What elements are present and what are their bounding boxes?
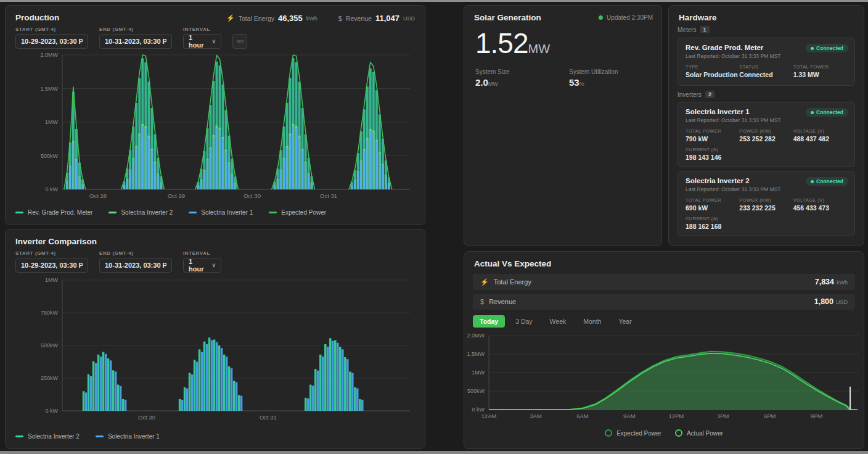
utilization-unit: % [579, 81, 584, 87]
interval-select[interactable]: 1 hour ∨ [183, 258, 221, 273]
inverter-card-2[interactable]: Solectria Inverter 2 Connected Last Repo… [678, 171, 855, 236]
total-energy-unit: kWh [837, 279, 848, 286]
field-value: 1.33 MW [793, 71, 847, 78]
total-energy-unit: kWh [306, 15, 317, 22]
svg-text:1.5MW: 1.5MW [40, 86, 58, 92]
tab-week[interactable]: Week [543, 315, 573, 328]
field-value: 456 433 473 [793, 204, 847, 212]
actual-vs-expected-chart: 2.0MW1.5MW1MW500kW0 kW12AM3AM6AM9AM12PM3… [465, 331, 864, 429]
start-label: START (GMT-4) [15, 27, 88, 32]
field-label: CURRENT (A) [686, 147, 847, 152]
inverter-comparison-panel: Inverter Comparison START (GMT-4) END (G… [5, 229, 425, 449]
tab-today[interactable]: Today [473, 315, 505, 328]
field-label: STATUS [739, 64, 793, 70]
revenue-label: Revenue [489, 298, 516, 305]
svg-text:0 kW: 0 kW [45, 408, 58, 414]
svg-text:Oct 30: Oct 30 [244, 192, 261, 199]
field-value: 488 437 482 [793, 135, 847, 142]
connected-badge: Connected [806, 177, 848, 186]
dollar-icon: $ [480, 298, 484, 305]
field-value: 188 162 168 [686, 223, 847, 230]
field-label: TYPE [686, 64, 739, 70]
legend-item-expected[interactable]: Expected Power [269, 209, 326, 216]
inverter-fields: TOTAL POWER 690 kW POWER (KW) 233 232 22… [686, 197, 847, 212]
badge-label: Connected [816, 109, 843, 115]
inverter-comparison-chart: 1MW750kW500kW250kW0 kWOct 30Oct 31 [8, 273, 422, 431]
field-total-power: TOTAL POWER 1.33 MW [793, 64, 847, 78]
connected-badge: Connected [806, 108, 848, 117]
svg-text:12PM: 12PM [668, 413, 684, 419]
dollar-icon: $ [338, 15, 342, 22]
chevron-down-icon: ∨ [211, 38, 216, 44]
system-utilization-value: 53% [569, 77, 618, 88]
meters-section-header: Meters 1 [678, 26, 710, 33]
legend-item-expected[interactable]: Expected Power [605, 429, 661, 437]
start-input[interactable] [15, 34, 88, 49]
last-reported: Last Reported: October 31 3:33 PM MST [686, 186, 847, 192]
end-input[interactable] [99, 258, 172, 273]
status-dot-icon [811, 47, 814, 50]
legend-swatch [15, 435, 23, 437]
interval-field-group: INTERVAL 1 hour ∨ [183, 27, 221, 49]
revenue-value: 1,800 [814, 297, 833, 306]
svg-text:250kW: 250kW [41, 375, 59, 381]
field-label: VOLTAGE (V) [793, 197, 847, 203]
window-top-edge [0, 0, 868, 2]
revenue-row: $ Revenue 1,800 USD [473, 294, 855, 310]
interval-label: INTERVAL [183, 250, 221, 256]
end-label: END (GMT-4) [99, 250, 172, 256]
hardware-panel: Hardware Meters 1 Rev. Grade Prod. Meter… [668, 5, 864, 246]
revenue-value: 11,047 [375, 14, 399, 23]
row-right: 1,800 USD [814, 297, 848, 306]
updated-text: Updated 2:30PM [607, 14, 653, 21]
field-total-power: TOTAL POWER 790 kW [686, 128, 739, 142]
actual-vs-expected-panel: Actual Vs Expected ⚡ Total Energy 7,834 … [464, 251, 864, 449]
revenue-unit: USD [836, 299, 848, 305]
field-label: TOTAL POWER [686, 197, 739, 203]
meter-card[interactable]: Rev. Grade Prod. Meter Connected Last Re… [678, 38, 855, 86]
field-label: CURRENT (A) [686, 216, 847, 221]
chevron-down-icon: ∨ [211, 262, 216, 268]
revenue-stat: $ Revenue 11,047 USD [338, 14, 415, 23]
end-field-group: END (GMT-4) [99, 250, 172, 273]
last-reported: Last Reported: October 31 3:33 PM MST [686, 53, 847, 59]
start-label: START (GMT-4) [15, 250, 88, 256]
legend-item-inverter-2[interactable]: Solectria Inverter 2 [15, 433, 80, 440]
row-right: 7,834 kWh [815, 278, 848, 286]
svg-text:6PM: 6PM [764, 413, 776, 419]
end-input[interactable] [99, 34, 172, 49]
meters-count-badge: 1 [700, 26, 710, 33]
legend-item-inverter-2[interactable]: Solectria Inverter 2 [108, 209, 173, 216]
field-total-power: TOTAL POWER 690 kW [686, 197, 739, 212]
legend-item-meter[interactable]: Rev. Grade Prod. Meter [15, 209, 92, 216]
legend-item-inverter-1[interactable]: Solectria Inverter 1 [96, 433, 160, 440]
system-size: System Size 2.0MW [475, 68, 510, 88]
tab-month[interactable]: Month [576, 315, 608, 328]
legend-swatch [189, 212, 197, 213]
system-size-value: 2.0MW [475, 77, 510, 88]
end-field-group: END (GMT-4) [99, 27, 172, 49]
interval-select[interactable]: 1 hour ∨ [183, 34, 221, 49]
svg-text:Oct 31: Oct 31 [260, 414, 277, 421]
svg-text:6AM: 6AM [576, 413, 589, 419]
legend-item-inverter-1[interactable]: Solectria Inverter 1 [189, 209, 253, 216]
inverter-card-1[interactable]: Solectria Inverter 1 Connected Last Repo… [678, 102, 855, 167]
status-dot-icon [811, 111, 814, 114]
legend-item-actual[interactable]: Actual Power [675, 429, 723, 437]
field-value: 690 kW [686, 204, 739, 212]
start-input[interactable] [15, 258, 88, 273]
field-power: POWER (KW) 253 252 282 [739, 128, 793, 142]
production-chart: 2.0MW1.5MW1MW500kW0 kWOct 28Oct 29Oct 30… [8, 49, 422, 205]
interval-value: 1 hour [189, 258, 208, 273]
field-type: TYPE Solar Production [686, 64, 739, 78]
field-label: VOLTAGE (V) [793, 128, 847, 134]
tab-year[interactable]: Year [612, 315, 638, 328]
connected-badge: Connected [806, 44, 848, 52]
tab-3-day[interactable]: 3 Day [509, 315, 539, 328]
svg-text:Oct 31: Oct 31 [320, 192, 337, 199]
legend-label: Solectria Inverter 1 [108, 433, 160, 440]
svg-text:1MW: 1MW [45, 119, 59, 125]
apply-button[interactable]: GO [232, 34, 247, 49]
legend-label: Rev. Grade Prod. Meter [28, 209, 92, 216]
svg-text:9AM: 9AM [623, 413, 636, 419]
